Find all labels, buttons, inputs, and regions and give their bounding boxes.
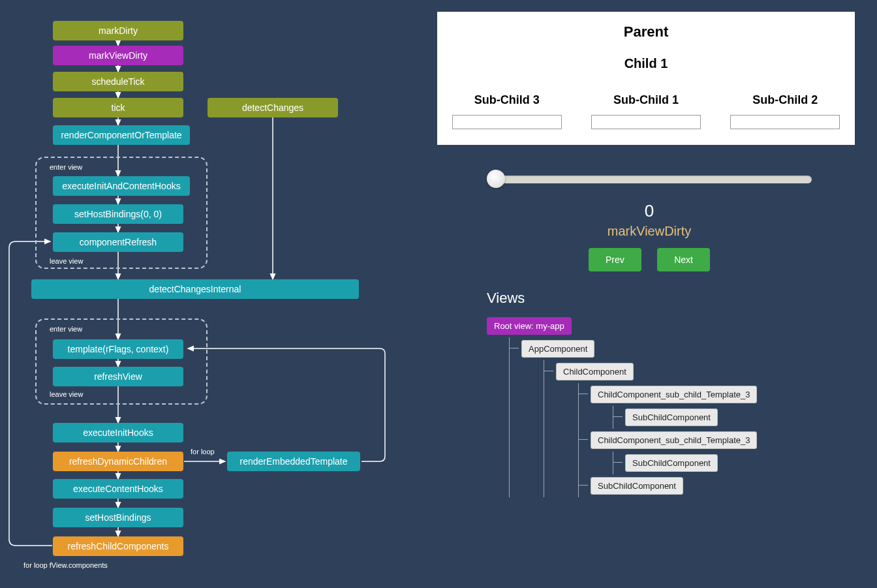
tree-tpl3a-label[interactable]: ChildComponent_sub_child_Template_3 bbox=[591, 386, 757, 403]
label-enter-view-2: enter view bbox=[50, 325, 82, 333]
tree-root-label[interactable]: Root view: my-app bbox=[487, 317, 572, 335]
flowchart: markDirty markViewDirty scheduleTick tic… bbox=[0, 0, 437, 588]
node-refreshDynamicChildren: refreshDynamicChildren bbox=[53, 452, 183, 471]
tree-subB-label[interactable]: SubChildComponent bbox=[625, 454, 718, 472]
node-renderComponentOrTemplate: renderComponentOrTemplate bbox=[53, 125, 190, 145]
tree-app-label[interactable]: AppComponent bbox=[521, 340, 594, 358]
tree-child: ChildComponent ChildComponent_sub_child_… bbox=[544, 360, 861, 497]
subchild-1-input[interactable] bbox=[591, 115, 701, 129]
node-renderEmbeddedTemplate: renderEmbeddedTemplate bbox=[227, 452, 360, 471]
node-tick: tick bbox=[53, 98, 183, 117]
label: template(rFlags, context) bbox=[68, 344, 169, 354]
tree-tpl3b: ChildComponent_sub_child_Template_3 SubC… bbox=[579, 429, 861, 474]
component-card: Parent Child 1 Sub-Child 3 Sub-Child 1 S… bbox=[437, 12, 855, 145]
label: componentRefresh bbox=[80, 237, 157, 247]
label: renderComponentOrTemplate bbox=[61, 130, 181, 140]
next-button[interactable]: Next bbox=[657, 248, 710, 271]
prev-button[interactable]: Prev bbox=[589, 248, 641, 271]
child1-title: Child 1 bbox=[437, 56, 855, 71]
node-executeInitAndContentHooks: executeInitAndContentHooks bbox=[53, 176, 190, 196]
label: tick bbox=[112, 102, 125, 113]
subchild-2-input[interactable] bbox=[730, 115, 840, 129]
subchild-3: Sub-Child 3 bbox=[452, 93, 562, 129]
label-for-loop: for loop bbox=[191, 448, 215, 456]
tree-child-label[interactable]: ChildComponent bbox=[556, 363, 634, 380]
label: markViewDirty bbox=[89, 50, 147, 61]
node-setHostBindings: setHostBindings bbox=[53, 508, 183, 527]
node-executeContentHooks: executeContentHooks bbox=[53, 479, 183, 499]
parent-title: Parent bbox=[437, 23, 855, 40]
tree-subC-label[interactable]: SubChildComponent bbox=[591, 477, 683, 495]
node-markViewDirty: markViewDirty bbox=[53, 46, 183, 65]
step-number: 0 bbox=[437, 201, 861, 221]
node-detectChangesInternal: detectChangesInternal bbox=[31, 279, 359, 299]
label: detectChanges bbox=[242, 102, 303, 113]
label: scheduleTick bbox=[91, 76, 144, 87]
subchild-3-title: Sub-Child 3 bbox=[452, 93, 562, 107]
label: refreshView bbox=[94, 371, 142, 382]
subchild-1: Sub-Child 1 bbox=[591, 93, 701, 129]
label: executeInitAndContentHooks bbox=[62, 181, 180, 191]
node-refreshView: refreshView bbox=[53, 367, 183, 386]
subchild-row: Sub-Child 3 Sub-Child 1 Sub-Child 2 bbox=[437, 93, 855, 129]
label: renderEmbeddedTemplate bbox=[240, 456, 348, 467]
tree-subB: SubChildComponent bbox=[613, 452, 861, 474]
label: executeContentHooks bbox=[73, 484, 163, 494]
step-slider[interactable] bbox=[487, 170, 812, 188]
step-name: markViewDirty bbox=[437, 224, 861, 239]
tree-subC: SubChildComponent bbox=[579, 474, 861, 497]
tree-root: Root view: my-app AppComponent ChildComp… bbox=[487, 315, 861, 497]
label: refreshDynamicChildren bbox=[69, 456, 167, 467]
tree-subA: SubChildComponent bbox=[613, 406, 861, 429]
tree-app: AppComponent ChildComponent ChildCompone… bbox=[510, 337, 861, 497]
button-row: Prev Next bbox=[437, 248, 861, 271]
subchild-3-input[interactable] bbox=[452, 115, 562, 129]
subchild-2-title: Sub-Child 2 bbox=[730, 93, 840, 107]
label-leave-view-1: leave view bbox=[50, 257, 83, 265]
label: executeInitHooks bbox=[83, 427, 153, 438]
label: markDirty bbox=[99, 25, 138, 36]
label: setHostBindings(0, 0) bbox=[74, 209, 162, 219]
tree-tpl3b-label[interactable]: ChildComponent_sub_child_Template_3 bbox=[591, 431, 757, 449]
label-for-loop-components: for loop fView.components bbox=[23, 561, 108, 569]
node-scheduleTick: scheduleTick bbox=[53, 72, 183, 91]
node-refreshChildComponents: refreshChildComponents bbox=[53, 536, 183, 556]
label: detectChangesInternal bbox=[149, 284, 241, 294]
node-componentRefresh: componentRefresh bbox=[53, 232, 183, 252]
tree-tpl3a: ChildComponent_sub_child_Template_3 SubC… bbox=[579, 383, 861, 429]
node-template: template(rFlags, context) bbox=[53, 339, 183, 359]
node-markDirty: markDirty bbox=[53, 21, 183, 40]
right-panel: Parent Child 1 Sub-Child 3 Sub-Child 1 S… bbox=[437, 12, 861, 497]
node-detectChanges: detectChanges bbox=[208, 98, 338, 117]
subchild-2: Sub-Child 2 bbox=[730, 93, 840, 129]
slider-thumb[interactable] bbox=[487, 170, 505, 188]
node-setHostBindings00: setHostBindings(0, 0) bbox=[53, 204, 183, 224]
label: refreshChildComponents bbox=[68, 541, 169, 551]
label-leave-view-2: leave view bbox=[50, 390, 83, 398]
views-tree: Root view: my-app AppComponent ChildComp… bbox=[487, 315, 861, 497]
label-enter-view-1: enter view bbox=[50, 163, 82, 171]
label: setHostBindings bbox=[85, 512, 151, 523]
views-title: Views bbox=[487, 290, 861, 307]
tree-subA-label[interactable]: SubChildComponent bbox=[625, 409, 718, 426]
slider-track bbox=[496, 176, 812, 183]
node-executeInitHooks: executeInitHooks bbox=[53, 423, 183, 442]
subchild-1-title: Sub-Child 1 bbox=[591, 93, 701, 107]
